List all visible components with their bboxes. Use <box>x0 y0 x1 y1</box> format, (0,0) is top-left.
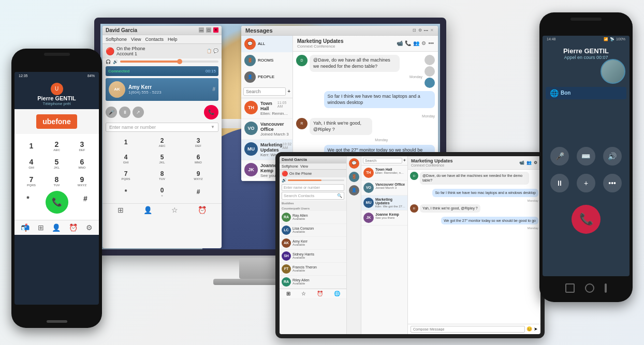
dial-input[interactable]: Enter name or number ▼ <box>106 123 218 132</box>
pl-key-5[interactable]: 5JKL <box>48 156 66 171</box>
pl-key-7[interactable]: 7PQRS <box>22 173 41 189</box>
key-9[interactable]: 9WXYZ <box>189 168 207 183</box>
phone-home-button-left[interactable] <box>47 320 67 323</box>
pr-recent-btn[interactable] <box>605 283 607 293</box>
minimize-button[interactable]: — <box>199 27 204 33</box>
pr-mute-btn[interactable]: 🎤 <box>550 147 569 166</box>
pr-keypad-btn[interactable]: ⌨️ <box>577 147 595 166</box>
t-globe-icon[interactable]: 🌐 <box>334 291 340 296</box>
t-menu-softphone[interactable]: Softphone <box>282 164 298 168</box>
pl-key-4[interactable]: 4GHI <box>22 156 41 171</box>
close-button[interactable]: ✕ <box>213 27 218 33</box>
pl-settings-icon[interactable]: ⚙ <box>86 223 93 232</box>
pl-grid-icon[interactable]: ⊞ <box>38 223 44 232</box>
pl-key-9[interactable]: 9WXYZ <box>73 173 92 189</box>
t-contact-3[interactable]: SH Sidney Harris Available <box>280 250 346 263</box>
t-menu-view[interactable]: View <box>300 164 308 168</box>
key-3[interactable]: 3DEF <box>189 135 207 149</box>
pl-key-star[interactable]: * <box>19 191 37 206</box>
hold-button[interactable]: ⏸ <box>119 107 130 118</box>
conv-vancouver[interactable]: VO Vancouver Office Joined March 3 <box>241 119 292 140</box>
pl-key-3[interactable]: 3DEF <box>73 138 92 154</box>
menu-view[interactable]: View <box>131 37 141 42</box>
t-star-icon[interactable]: ☆ <box>301 291 306 296</box>
video-call-icon[interactable]: 📹 <box>397 40 403 46</box>
pl-key-hash[interactable]: # <box>76 191 95 206</box>
sidebar-people[interactable]: 👤 PEOPLE <box>241 69 292 85</box>
t-grid-icon[interactable]: ⊞ <box>286 291 290 296</box>
star-icon[interactable]: ☆ <box>171 206 178 214</box>
pr-add-btn[interactable]: + <box>577 174 595 192</box>
pl-contact-icon[interactable]: 👤 <box>52 223 61 232</box>
add-icon[interactable]: + <box>287 88 290 94</box>
sidebar-rooms[interactable]: 🚪 ROOMS <box>241 52 292 69</box>
end-call-button[interactable]: 📞 <box>204 105 218 119</box>
key-6[interactable]: 6MNO <box>189 152 207 166</box>
search-input[interactable] <box>243 87 286 96</box>
grid-icon[interactable]: ⊞ <box>118 206 124 214</box>
history-icon[interactable]: ⏰ <box>198 206 207 214</box>
key-star[interactable]: * <box>117 185 135 199</box>
pl-history-icon[interactable]: ⏰ <box>69 223 78 232</box>
t-search-input[interactable] <box>363 158 402 163</box>
pr-end-call-button[interactable]: 📞 <box>572 205 601 234</box>
key-5[interactable]: 5JKL <box>153 152 171 166</box>
pl-key-8[interactable]: 8TUV <box>48 173 66 189</box>
conv-town-hall[interactable]: TH Town Hall 11:05 AM Ellen: Reminder, n… <box>241 98 292 119</box>
menu-softphone[interactable]: Softphone <box>106 37 127 42</box>
pr-more-btn[interactable]: ••• <box>603 174 622 192</box>
maximize-button[interactable]: □ <box>206 27 211 33</box>
menu-contacts[interactable]: Contacts <box>145 37 164 42</box>
sidebar-all[interactable]: 💬 ALL <box>241 36 292 52</box>
key-1[interactable]: 1 <box>117 135 135 149</box>
key-4[interactable]: 4GHI <box>117 152 135 166</box>
pl-key-1[interactable]: 1 <box>22 138 41 154</box>
contact-icon[interactable]: 👤 <box>143 206 152 214</box>
t-gear-icon[interactable]: ⚙ <box>534 160 537 165</box>
t-vol-slider[interactable] <box>288 179 344 181</box>
pl-call-button[interactable]: 📞 <box>46 191 68 214</box>
pr-back-btn[interactable] <box>565 283 575 293</box>
pr-hold-btn[interactable]: ⏸ <box>550 174 569 192</box>
pl-voicemail-icon[interactable]: 📬 <box>21 223 30 232</box>
key-hash[interactable]: # <box>189 185 207 199</box>
menu-help[interactable]: Help <box>168 37 178 42</box>
volume-slider[interactable] <box>120 61 218 63</box>
transfer-button[interactable]: ↗ <box>133 107 144 118</box>
t-conv-2[interactable]: MU Marketing Updates Kerr: We got the 27… <box>361 196 407 211</box>
members-icon[interactable]: 👥 <box>413 40 419 46</box>
pr-home-btn[interactable] <box>585 283 594 293</box>
t-contact-4[interactable]: FT Francis Theron Available <box>280 263 346 276</box>
pl-key-6[interactable]: 6MNO <box>73 156 92 171</box>
t-people-icon[interactable]: 👤 <box>349 185 359 196</box>
hash-icon[interactable]: # <box>212 86 215 92</box>
t-conv-1[interactable]: VO Vancouver Office Joined March 3 <box>361 181 407 196</box>
close-messages-button[interactable]: ✕ <box>430 28 434 33</box>
t-all-icon[interactable]: 💬 <box>349 158 359 169</box>
compose-input[interactable] <box>411 326 525 333</box>
pl-key-2[interactable]: 2ABC <box>48 138 66 154</box>
t-add-icon[interactable]: + <box>403 158 406 163</box>
key-8[interactable]: 8TUV <box>153 168 171 183</box>
settings-icon[interactable]: ⚙ <box>418 28 422 33</box>
t-members-icon[interactable]: 👥 <box>526 160 532 165</box>
t-contact-1[interactable]: LC Lisa Corazon Available <box>280 224 346 237</box>
key-2[interactable]: 2ABC <box>153 135 171 149</box>
audio-call-icon[interactable]: 📞 <box>405 40 411 46</box>
pr-speaker-btn[interactable]: 🔊 <box>603 147 622 166</box>
emoji-icon[interactable]: 😊 <box>526 326 532 332</box>
tablet-search[interactable]: Search Contacts 🔍 <box>282 192 344 200</box>
expand-icon[interactable]: ⊡ <box>413 28 416 33</box>
t-conv-3[interactable]: JK Joanne Kemp See you there <box>361 211 407 226</box>
t-rooms-icon[interactable]: 🚪 <box>349 172 359 182</box>
tablet-dial-input[interactable]: Enter name or number <box>282 184 344 191</box>
send-icon[interactable]: ➤ <box>534 326 538 332</box>
t-contact-2[interactable]: AK Amy Kerr Available <box>280 237 346 250</box>
key-7[interactable]: 7PQRS <box>117 168 135 183</box>
more-icon[interactable]: ••• <box>424 28 428 33</box>
t-contact-5[interactable]: RA Riley Allen Available <box>280 276 346 289</box>
t-conv-0[interactable]: TH Town Hall Ellen: Reminder, next townh… <box>361 166 407 181</box>
gear-icon[interactable]: ⚙ <box>421 40 426 46</box>
more-options-icon[interactable]: ••• <box>428 40 434 46</box>
key-0[interactable]: 0+ <box>153 185 171 199</box>
